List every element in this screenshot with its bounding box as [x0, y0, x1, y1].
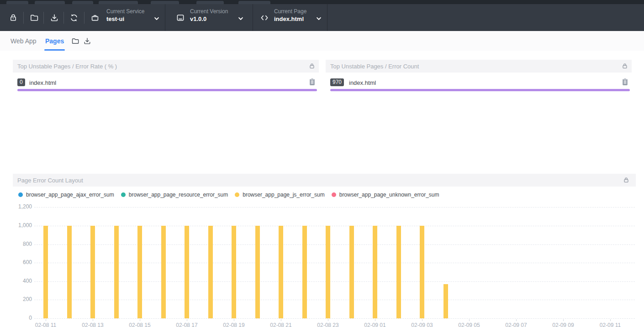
briefcase-icon: [90, 13, 100, 23]
legend-item[interactable]: browser_app_page_js_error_sum: [235, 192, 324, 198]
clipboard-icon[interactable]: [622, 78, 628, 86]
x-axis-label: 02-08 17: [169, 322, 205, 327]
chart-bar: [396, 226, 401, 318]
x-axis-label: 02-08 15: [121, 322, 158, 327]
app-screen: Current Service test-ui Current Version …: [0, 0, 644, 327]
toolbar-separator: [43, 12, 44, 24]
page-name[interactable]: index.html: [349, 79, 376, 86]
y-axis-label: 1,200: [13, 203, 32, 210]
chart-bar: [114, 226, 119, 318]
chart-bar: [161, 226, 166, 318]
legend-item[interactable]: browser_app_page_unknown_error_sum: [332, 192, 439, 198]
x-axis-tick: [281, 319, 281, 321]
tab-label: Web App: [11, 37, 37, 45]
main-toolbar: Current Service test-ui Current Version …: [0, 4, 644, 31]
rank-badge: 970: [330, 78, 344, 86]
chart-bar: [326, 226, 330, 318]
gridline: [34, 226, 635, 226]
legend-label: browser_app_page_js_error_sum: [243, 192, 324, 198]
clipboard-icon[interactable]: [309, 78, 316, 86]
chart-bar: [232, 226, 236, 318]
current-service-value[interactable]: test-ui: [106, 16, 124, 22]
folder-icon[interactable]: [71, 37, 79, 45]
lock-icon[interactable]: [8, 13, 18, 23]
x-axis-label: 02-09 03: [404, 322, 440, 327]
chart-bar: [420, 226, 424, 318]
chart-bar: [137, 226, 142, 318]
legend-item[interactable]: browser_app_page_resource_error_sum: [121, 192, 228, 198]
current-version-value[interactable]: v1.0.0: [190, 16, 206, 22]
current-page-label: Current Page: [274, 8, 306, 15]
rank-badge: 0: [17, 78, 25, 86]
refresh-icon[interactable]: [69, 13, 79, 23]
chart-bar: [208, 226, 213, 318]
gridline: [34, 281, 635, 282]
x-axis-tick: [234, 319, 234, 321]
current-version-label: Current Version: [190, 8, 228, 15]
x-axis-label: 02-08 13: [74, 322, 111, 327]
gridline: [34, 318, 635, 319]
lock-icon[interactable]: [622, 63, 628, 69]
panel-title: Page Error Count Layout: [17, 177, 83, 184]
y-axis-label: 400: [13, 278, 32, 284]
gridline: [34, 300, 635, 300]
tab-bar: Web App Pages: [0, 31, 644, 51]
page-name[interactable]: index.html: [29, 79, 56, 86]
download-icon[interactable]: [83, 37, 91, 45]
x-axis-tick: [93, 319, 93, 321]
tab-web-app[interactable]: Web App: [11, 31, 37, 51]
x-axis-tick: [422, 319, 422, 321]
error-rate-bar: [17, 89, 317, 91]
chevron-down-icon[interactable]: [238, 15, 243, 21]
x-axis-tick: [46, 319, 46, 321]
chart-bar: [90, 226, 95, 318]
x-axis-label: 02-09 01: [357, 322, 393, 327]
legend-dot-icon: [235, 192, 239, 197]
chart-bar: [443, 284, 448, 318]
y-axis-label: 1,000: [13, 222, 32, 228]
panel-header: Top Unstable Pages / Error Rate ( % ): [13, 60, 319, 73]
toolbar-separator: [23, 12, 24, 24]
download-icon[interactable]: [49, 13, 59, 23]
toolbar-group-separator: [327, 4, 327, 31]
chart-bar: [43, 226, 48, 318]
legend-dot-icon: [332, 192, 336, 197]
x-axis-label: 02-08 19: [216, 322, 252, 327]
y-axis-label: 800: [13, 241, 32, 247]
chart-bar: [67, 226, 72, 318]
panel-header: Top Unstable Pages / Error Count: [326, 60, 632, 73]
folder-icon[interactable]: [29, 13, 39, 23]
panel-page-error-count-layout: Page Error Count Layout browser_app_page…: [13, 174, 636, 327]
x-axis-tick: [563, 319, 564, 321]
top-cutoff-strip: [0, 0, 644, 4]
legend-dot-icon: [18, 192, 23, 197]
chart-bar: [185, 226, 189, 318]
legend-label: browser_app_page_resource_error_sum: [129, 192, 228, 198]
x-axis-label: 02-08 11: [27, 322, 64, 327]
toolbar-group-separator: [253, 4, 253, 31]
current-page-value[interactable]: index.html: [274, 16, 304, 22]
code-icon: [259, 13, 269, 23]
x-axis-label: 02-09 05: [451, 322, 487, 327]
chart-bar: [279, 226, 283, 318]
monitor-icon: [175, 13, 185, 23]
tab-pages[interactable]: Pages: [45, 31, 64, 51]
lock-icon[interactable]: [309, 63, 315, 69]
x-axis-label: 02-09 07: [498, 322, 534, 327]
toolbar-separator: [84, 12, 84, 24]
x-axis-label: 02-09 09: [545, 322, 581, 327]
lock-icon[interactable]: [623, 177, 629, 183]
chevron-down-icon[interactable]: [316, 15, 322, 21]
y-axis-label: 0: [13, 315, 32, 321]
x-axis-tick: [516, 319, 517, 321]
x-axis-tick: [375, 319, 375, 321]
chart-legend: browser_app_page_ajax_error_sumbrowser_a…: [18, 192, 439, 198]
panel-top-unstable-error-rate: Top Unstable Pages / Error Rate ( % ) 0 …: [13, 60, 319, 96]
x-axis-tick: [469, 319, 470, 321]
tab-label: Pages: [45, 37, 64, 45]
y-axis-label: 200: [13, 296, 32, 302]
x-axis-label: 02-08 23: [310, 322, 346, 327]
legend-item[interactable]: browser_app_page_ajax_error_sum: [18, 192, 114, 198]
error-count-bar: [330, 89, 630, 91]
chevron-down-icon[interactable]: [154, 15, 159, 21]
